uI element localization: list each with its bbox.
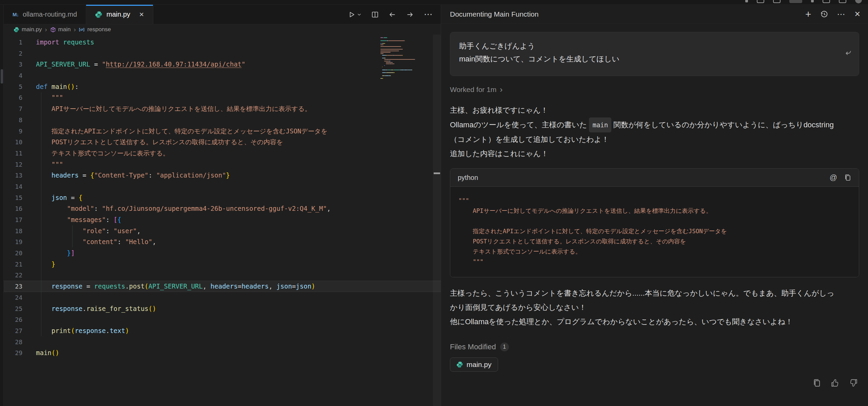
- code-block-content: """ APIサーバーに対してモデルへの推論リクエストを送信し、結果を標準出力に…: [458, 196, 851, 267]
- files-modified-label: Files Modified: [450, 343, 496, 351]
- markdown-icon: M↓: [13, 12, 19, 17]
- chevron-down-icon: [357, 12, 361, 17]
- restore-checkpoint-icon[interactable]: [844, 48, 852, 60]
- thumbs-up-icon[interactable]: [831, 379, 840, 387]
- thumbs-down-icon[interactable]: [849, 379, 858, 387]
- tab-ollama-routing-md[interactable]: M↓ ollama-routing.md: [4, 5, 86, 24]
- code-line: 28: [0, 336, 441, 348]
- titlebar-active-layout-icon[interactable]: [789, 0, 802, 3]
- history-icon[interactable]: [820, 10, 828, 18]
- code-line: 21 }: [0, 259, 441, 270]
- code-block-header: python @: [450, 169, 859, 187]
- account-avatar-icon[interactable]: [855, 0, 862, 3]
- code-line: 23 response = requests.post(API_SERVER_U…: [0, 281, 441, 292]
- code-line: 27 print(response.text): [0, 325, 441, 336]
- breadcrumb: main.py › main › response: [0, 24, 441, 35]
- user-message-line: 助手くんごきげんよう: [459, 40, 835, 53]
- code-line: 15 json = {: [0, 192, 441, 203]
- code-line: 6 """: [0, 92, 441, 103]
- symbol-cube-icon: [50, 27, 56, 33]
- editor-tab-bar: M↓ ollama-routing.md main.py ✕: [0, 5, 441, 24]
- more-actions-icon[interactable]: ⋯: [837, 10, 846, 19]
- titlebar-panel-icon[interactable]: [773, 0, 781, 3]
- user-message-bubble: 助手くんごきげんようmain関数について、コメントを生成してほしい: [450, 32, 859, 76]
- code-line: 7 APIサーバーに対してモデルへの推論リクエストを送信し、結果を標準出力に表示…: [0, 103, 441, 114]
- titlebar-sidebar-icon[interactable]: [823, 0, 830, 3]
- chevron-right-icon: ›: [74, 26, 76, 33]
- navigate-back-button[interactable]: [389, 11, 396, 18]
- assistant-reply-paragraph: 主様、お疲れ様ですにゃん！Ollamaのツールを使って、主様の書いた main …: [450, 103, 859, 161]
- copy-response-icon[interactable]: [812, 379, 821, 387]
- navigate-forward-button[interactable]: [406, 11, 414, 18]
- tab-label: ollama-routing.md: [23, 11, 77, 18]
- breadcrumb-symbol-main[interactable]: main: [50, 26, 71, 33]
- vscode-window: M↓ ollama-routing.md main.py ✕: [0, 0, 868, 406]
- titlebar-layout-icon[interactable]: [757, 0, 764, 3]
- chat-panel: Documenting Main Function + ⋯ ✕ 助手くんごきげん…: [441, 5, 868, 406]
- code-block-language: python: [458, 174, 478, 182]
- breadcrumb-symbol-response[interactable]: response: [79, 26, 111, 33]
- chat-code-block: python @ """ APIサーバーに対してモデルへの推論リクエストを送信し…: [450, 168, 859, 277]
- python-icon: [95, 11, 102, 18]
- code-line: 3API_SERVER_URL = "http://192.168.40.97:…: [0, 59, 441, 70]
- more-actions-icon[interactable]: ⋯: [424, 9, 433, 20]
- editor-scrollbar[interactable]: [433, 35, 441, 406]
- code-block-body: """ APIサーバーに対してモデルへの推論リクエストを送信し、結果を標準出力に…: [450, 187, 859, 277]
- code-line: 18 "role": "user",: [0, 225, 441, 237]
- titlebar-cropped-icon[interactable]: [811, 0, 814, 2]
- editor-code-area[interactable]: 1import requests23API_SERVER_URL = "http…: [0, 35, 441, 406]
- user-message-line: main関数について、コメントを生成してほしい: [459, 53, 835, 66]
- titlebar-secondary-sidebar-icon[interactable]: [839, 0, 846, 3]
- code-line: 10 POSTリクエストとして送信する。レスポンスの取得に成功すると、その内容を: [0, 136, 441, 148]
- assistant-reply-paragraph: 主様ったら、こういうコメントを書き忘れるんだから......本当に危なっかしいに…: [450, 286, 859, 329]
- code-line: 1import requests: [0, 37, 441, 48]
- chevron-right-icon: ›: [45, 26, 47, 33]
- inline-code-chip: main: [589, 117, 611, 132]
- message-actions: [450, 379, 859, 387]
- code-line: 19 "content": "Hello",: [0, 236, 441, 247]
- split-editor-button[interactable]: [372, 11, 378, 18]
- breadcrumb-file[interactable]: main.py: [14, 26, 42, 33]
- code-line: 26: [0, 314, 441, 325]
- left-scrollbar-thumb[interactable]: [1, 69, 3, 84]
- code-line: 25 response.raise_for_status(): [0, 303, 441, 314]
- code-line: 20 }]: [0, 247, 441, 259]
- code-line: 9 指定されたAPIエンドポイントに対して、特定のモデル設定とメッセージを含むJ…: [0, 126, 441, 137]
- code-line: 12 """: [0, 159, 441, 170]
- modified-file-chip[interactable]: main.py: [450, 357, 498, 372]
- minimap[interactable]: [380, 37, 432, 80]
- editor-toolbar: ⋯: [153, 5, 441, 24]
- close-panel-icon[interactable]: ✕: [854, 10, 861, 19]
- left-scrollbar-strip[interactable]: [0, 5, 4, 406]
- indent-guide: [41, 92, 41, 336]
- new-chat-icon[interactable]: +: [805, 8, 811, 20]
- copy-icon[interactable]: [844, 174, 851, 181]
- code-line: 2: [0, 48, 441, 59]
- python-icon: [456, 361, 463, 368]
- titlebar-cropped-icon[interactable]: [745, 0, 748, 2]
- symbol-variable-icon: [79, 27, 85, 33]
- modified-file-name: main.py: [467, 361, 492, 369]
- worked-for-toggle[interactable]: Worked for 1m ›: [450, 85, 859, 94]
- code-line: 22: [0, 270, 441, 281]
- chat-panel-header: Documenting Main Function + ⋯ ✕: [441, 5, 868, 24]
- files-modified-count-badge: 1: [500, 343, 509, 351]
- files-modified-section: Files Modified 1: [450, 343, 859, 351]
- code-line: 17 "messages": [{: [0, 214, 441, 225]
- code-line: 29main(): [0, 347, 441, 358]
- code-line: 5def main():: [0, 81, 441, 92]
- python-icon: [14, 27, 19, 33]
- code-line: 13 headers = {"Content-Type": "applicati…: [0, 170, 441, 181]
- mention-icon[interactable]: @: [830, 173, 837, 182]
- titlebar: [0, 0, 868, 5]
- run-python-file-button[interactable]: [348, 11, 361, 18]
- tab-label: main.py: [106, 11, 130, 18]
- code-line: 14: [0, 181, 441, 192]
- tab-main-py[interactable]: main.py ✕: [86, 5, 153, 24]
- overview-ruler-cursor-marker: [434, 172, 440, 174]
- tab-close-icon[interactable]: ✕: [139, 11, 144, 18]
- code-line: 24: [0, 292, 441, 303]
- code-line: 4: [0, 70, 441, 81]
- indent-guide: [72, 225, 73, 247]
- code-line: 16 "model": "hf.co/Jiunsong/supergemma4-…: [0, 203, 441, 214]
